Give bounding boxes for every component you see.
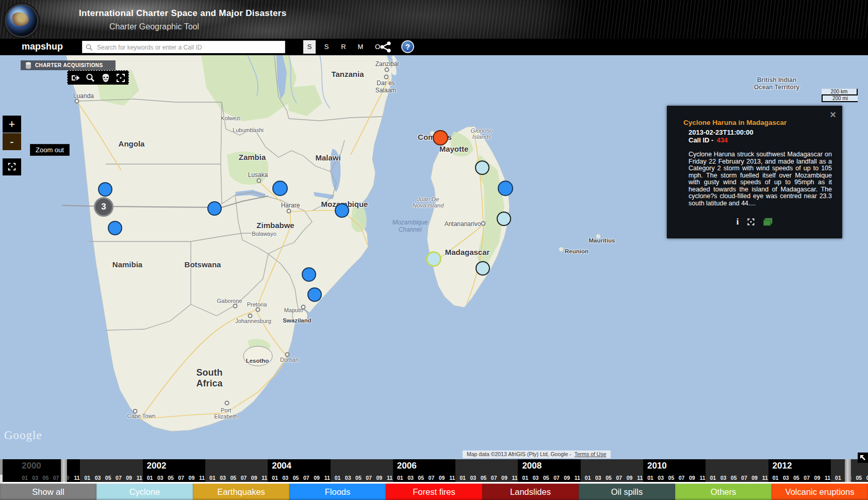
category-volcanic-eruptions[interactable]: Volcanic eruptions <box>772 483 868 500</box>
timeline-year-2007: 010305070911 <box>455 459 518 482</box>
timeline-month-label: 11 <box>575 475 580 481</box>
timeline-year-2001: 010305070911 <box>80 459 142 482</box>
app-header: International Charter Space and Major Di… <box>0 0 868 39</box>
timeline-year-label: 2000 <box>22 461 41 471</box>
cluster-marker[interactable]: 3 <box>94 197 113 217</box>
zoom-in-button[interactable]: + <box>3 116 21 133</box>
charter-geographic-tool: { "header": { "title": "International Ch… <box>0 0 868 500</box>
timeline-month-label: 07 <box>866 475 868 481</box>
timeline-year-label: 2002 <box>147 461 167 471</box>
category-oil-spills[interactable]: Oil spills <box>579 483 675 500</box>
timeline-month-label: 07 <box>679 475 685 481</box>
collapse-timeline-arrow[interactable] <box>858 453 868 463</box>
timeline-year-label: 2004 <box>272 461 291 471</box>
flood-marker[interactable] <box>302 267 316 282</box>
category-show-all[interactable]: Show all <box>0 483 96 500</box>
category-landslides[interactable]: Landslides <box>482 483 579 500</box>
popup-actions: i <box>667 217 842 227</box>
flood-marker[interactable] <box>108 221 122 235</box>
timeline-year-label: 2010 <box>647 461 667 471</box>
cyclone-marker[interactable] <box>475 160 489 175</box>
category-others[interactable]: Others <box>675 483 772 500</box>
timeline-month-label: 11 <box>762 475 768 481</box>
timeline-year-2010: 2010010305070911 <box>643 459 706 482</box>
cyclone-marker[interactable] <box>476 261 490 276</box>
flood-marker[interactable] <box>98 182 112 197</box>
timeline-month-label: 01 <box>647 475 653 481</box>
info-icon[interactable]: i <box>736 217 739 227</box>
timeline-month-label: 01 <box>835 475 841 481</box>
layers-icon[interactable] <box>763 218 773 226</box>
call-id-value: 434 <box>716 136 728 144</box>
flood-marker[interactable] <box>307 287 322 302</box>
charter-acquisitions-tab[interactable]: CHARTER ACQUISITIONS <box>21 60 116 70</box>
timeline-month-label: 05 <box>418 475 424 481</box>
timeline-year-2008: 2008010305070911 <box>518 459 580 482</box>
category-cyclone[interactable]: Cyclone <box>96 483 193 500</box>
charter-acquisitions-label: CHARTER ACQUISITIONS <box>35 62 103 68</box>
flood-marker[interactable] <box>272 181 288 196</box>
timeline-month-label: 11 <box>512 475 518 481</box>
timeline-year-2009: 010305070911 <box>581 459 643 482</box>
app-subtitle: Charter Geographic Tool <box>109 22 199 31</box>
timeline-year-2011: 010305070911 <box>706 459 768 482</box>
help-icon[interactable]: ? <box>401 40 414 53</box>
timeline[interactable]: 2000010305070911010305070911200201030507… <box>0 459 868 482</box>
scale-bar: 200 km 200 mi <box>822 89 858 102</box>
flood-marker[interactable] <box>335 203 349 218</box>
fullscreen-icon[interactable] <box>116 73 126 83</box>
timeline-month-label: 07 <box>804 475 810 481</box>
category-filters: Show allCycloneEarthquakesFloodsForest f… <box>0 483 868 500</box>
timeline-month-label: 11 <box>387 475 392 481</box>
timeline-slider-left[interactable] <box>61 459 67 482</box>
town-dot <box>233 304 238 309</box>
view-button-r-2[interactable]: R <box>337 40 350 54</box>
search-map-icon[interactable] <box>85 73 95 83</box>
timeline-month-label: 01 <box>147 475 153 481</box>
close-icon[interactable]: × <box>830 109 836 121</box>
timeline-month-label: 11 <box>699 475 705 481</box>
export-icon[interactable] <box>70 73 80 83</box>
category-forest-fires[interactable]: Forest fires <box>386 483 482 500</box>
share-icon[interactable] <box>380 41 392 53</box>
town-dot <box>133 409 138 414</box>
timeline-month-label: 01 <box>335 475 341 481</box>
timeline-month-label: 11 <box>261 475 267 481</box>
timeline-year-2002: 2002010305070911 <box>143 459 205 482</box>
timeline-month-label: 01 <box>209 475 216 481</box>
map-fullscreen-button[interactable] <box>3 158 21 175</box>
view-button-s-1[interactable]: S <box>320 40 333 54</box>
timeline-month-label: 03 <box>157 475 163 481</box>
terms-of-use-link[interactable]: Terms of Use <box>575 451 607 457</box>
timeline-month-label: 01 <box>84 475 90 481</box>
timeline-month-label: 09 <box>751 475 758 481</box>
cyclone-marker[interactable] <box>497 212 511 226</box>
mask-icon[interactable] <box>101 73 111 83</box>
flood-marker[interactable] <box>498 181 513 196</box>
volcano-marker[interactable] <box>433 130 448 146</box>
popup-title: Cyclone Haruna in Madagascar <box>683 119 787 126</box>
zoom-out-button[interactable]: - <box>3 133 21 150</box>
flood-marker[interactable] <box>207 201 222 216</box>
database-icon <box>25 62 31 69</box>
town-dot <box>256 308 260 312</box>
timeline-month-label: 03 <box>470 475 476 481</box>
map-canvas[interactable]: TanzaniaZanzibarDar es SalaamLuandaAngol… <box>0 55 868 459</box>
zoom-to-event-icon[interactable] <box>747 218 755 226</box>
category-earthquakes[interactable]: Earthquakes <box>193 483 289 500</box>
timeline-slider-right[interactable] <box>845 459 851 482</box>
timeline-month-label: 09 <box>376 475 382 481</box>
timeline-month-label: 07 <box>616 475 622 481</box>
category-floods[interactable]: Floods <box>289 483 386 500</box>
timeline-month-label: 05 <box>856 475 862 481</box>
timeline-month-label: 03 <box>345 475 351 481</box>
search-input[interactable] <box>96 42 284 53</box>
timeline-year-2012: 2012010305070911 <box>768 459 831 482</box>
view-button-m-3[interactable]: M <box>354 40 367 54</box>
view-button-s-0[interactable]: S <box>303 40 316 54</box>
timeline-month-label: 05 <box>355 475 362 481</box>
timeline-month-label: 11 <box>637 475 643 481</box>
timeline-month-label: 05 <box>230 475 236 481</box>
selected-cyclone-marker[interactable] <box>426 251 441 267</box>
timeline-month-label: 03 <box>95 475 101 481</box>
